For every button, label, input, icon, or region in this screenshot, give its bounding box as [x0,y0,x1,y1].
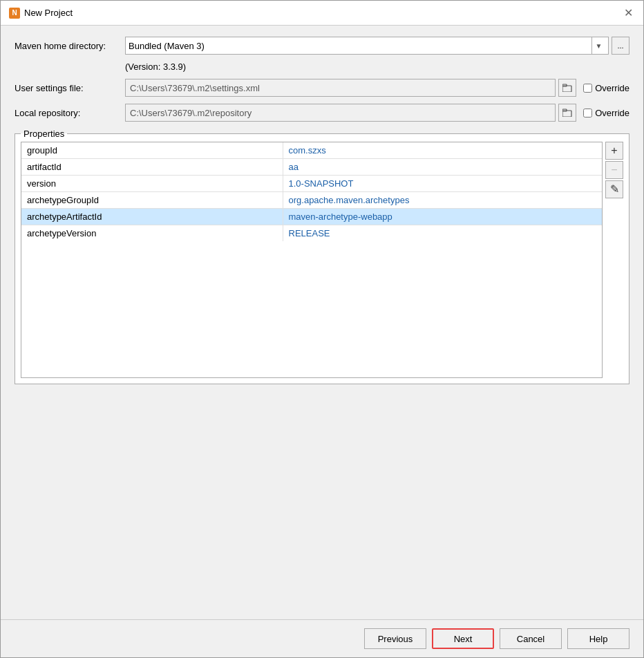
previous-button[interactable]: Previous [364,628,426,649]
edit-property-button[interactable]: ✎ [605,180,623,198]
table-row[interactable]: artifactId aa [21,159,602,176]
add-property-button[interactable]: + [605,142,623,160]
local-repo-override-label: Override [595,108,629,118]
property-key: artifactId [21,159,283,176]
title-bar-left: N New Project [9,8,73,19]
maven-home-value: Bundled (Maven 3) [129,41,591,51]
user-settings-override-container: Override [583,83,629,93]
remove-property-button[interactable]: − [605,161,623,179]
user-settings-path-area: Override [125,79,629,97]
dialog-footer: Previous Next Cancel Help [1,619,643,657]
user-settings-browse-button[interactable] [558,79,576,97]
maven-home-input-area: Bundled (Maven 3) ▼ ... [125,37,629,55]
cancel-button[interactable]: Cancel [500,628,562,649]
maven-version-text: (Version: 3.3.9) [125,62,629,72]
title-bar: N New Project ✕ [1,1,643,26]
table-row[interactable]: archetypeArtifactId maven-archetype-weba… [21,209,602,225]
table-row[interactable]: version 1.0-SNAPSHOT [21,176,602,192]
user-settings-label: User settings file: [15,83,125,93]
user-settings-row: User settings file: Override [15,79,629,97]
properties-legend: Properties [21,129,67,139]
local-repo-label: Local repository: [15,108,125,118]
property-key: groupId [21,142,283,159]
dropdown-arrow-icon[interactable]: ▼ [591,37,605,54]
user-settings-input[interactable] [125,79,556,97]
property-value: RELEASE [283,225,602,242]
dialog-title: New Project [24,8,73,18]
properties-side-actions: + − ✎ [605,142,623,198]
local-repo-row: Local repository: Override [15,104,629,122]
properties-fieldset: Properties groupId com.szxs artifactId a… [15,129,629,384]
local-repo-path-area: Override [125,104,629,122]
table-row[interactable]: groupId com.szxs [21,142,602,159]
local-repo-override-checkbox[interactable] [583,109,592,118]
user-settings-override-checkbox[interactable] [583,84,592,93]
properties-table: groupId com.szxs artifactId aa version 1… [21,142,602,241]
maven-home-row: Maven home directory: Bundled (Maven 3) … [15,37,629,55]
table-row[interactable]: archetypeVersion RELEASE [21,225,602,242]
next-button[interactable]: Next [432,628,494,649]
user-settings-override-label: Override [595,83,629,93]
table-row[interactable]: archetypeGroupId org.apache.maven.archet… [21,192,602,209]
property-value: com.szxs [283,142,602,159]
main-content: Maven home directory: Bundled (Maven 3) … [1,26,643,619]
property-key: archetypeVersion [21,225,283,242]
new-project-dialog: N New Project ✕ Maven home directory: Bu… [0,0,644,658]
property-key: archetypeArtifactId [21,209,283,225]
maven-home-browse-button[interactable]: ... [612,37,629,55]
property-value: 1.0-SNAPSHOT [283,176,602,192]
property-value: aa [283,159,602,176]
property-key: archetypeGroupId [21,192,283,209]
properties-table-container: groupId com.szxs artifactId aa version 1… [21,142,603,378]
local-repo-override-container: Override [583,108,629,118]
local-repo-input[interactable] [125,104,556,122]
properties-area: groupId com.szxs artifactId aa version 1… [21,142,623,378]
close-button[interactable]: ✕ [621,6,635,20]
property-key: version [21,176,283,192]
property-value: maven-archetype-webapp [283,209,602,225]
maven-home-label: Maven home directory: [15,41,125,51]
properties-scroll-area[interactable]: groupId com.szxs artifactId aa version 1… [21,142,602,377]
maven-home-dropdown[interactable]: Bundled (Maven 3) ▼ [125,37,609,55]
local-repo-browse-button[interactable] [558,104,576,122]
help-button[interactable]: Help [567,628,629,649]
dialog-icon: N [9,8,20,19]
property-value: org.apache.maven.archetypes [283,192,602,209]
